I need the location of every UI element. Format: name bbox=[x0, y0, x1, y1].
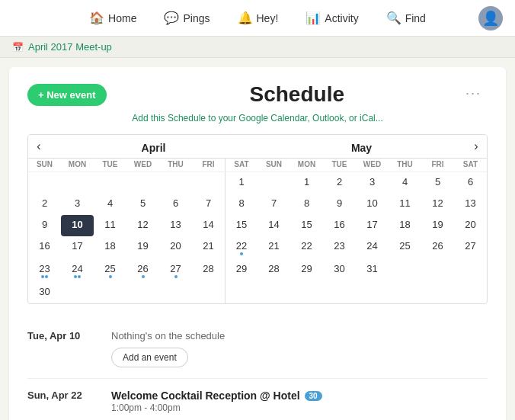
calendar-next-button[interactable]: › bbox=[465, 135, 487, 158]
nav-find[interactable]: 🔍 Find bbox=[382, 8, 430, 28]
april-day-1[interactable]: 1 bbox=[225, 172, 258, 194]
add-event-button-apr10[interactable]: Add an event bbox=[111, 348, 188, 367]
new-event-button[interactable]: + New event bbox=[27, 84, 107, 106]
may-day-29[interactable]: 29 bbox=[290, 259, 323, 282]
may-day-28[interactable]: 28 bbox=[258, 259, 290, 282]
may-day-1[interactable]: 1 bbox=[290, 172, 323, 194]
april-day-27[interactable]: 27 bbox=[159, 259, 192, 282]
april-day-6[interactable]: 6 bbox=[159, 194, 192, 215]
april-day-14[interactable]: 14 bbox=[192, 215, 225, 236]
nav-pings-label: Pings bbox=[183, 12, 210, 24]
may-empty bbox=[356, 282, 389, 303]
april-day-20[interactable]: 20 bbox=[159, 236, 192, 259]
april-empty bbox=[192, 282, 225, 303]
nav-find-label: Find bbox=[405, 12, 426, 24]
may-day-19[interactable]: 19 bbox=[421, 215, 454, 236]
may-day-23[interactable]: 23 bbox=[323, 236, 356, 259]
may-day-21[interactable]: 21 bbox=[258, 236, 290, 259]
april-day-10[interactable]: 10 bbox=[61, 215, 94, 236]
april-day-18[interactable]: 18 bbox=[94, 236, 126, 259]
may-empty bbox=[389, 259, 421, 282]
event-details-apr10: Nothing's on the schedule Add an event bbox=[111, 330, 488, 367]
calendar-day-headers: SUN MON TUE WED THU FRI SAT SUN MON TUE … bbox=[28, 158, 487, 172]
april-day-24[interactable]: 24 bbox=[61, 259, 94, 282]
avatar[interactable]: 👤 bbox=[478, 6, 503, 30]
gcal-link[interactable]: Add this Schedule to your Google Calenda… bbox=[132, 113, 383, 123]
may-day-8[interactable]: 8 bbox=[290, 194, 323, 215]
april-day-30[interactable]: 30 bbox=[28, 282, 61, 303]
nav-home[interactable]: 🏠 Home bbox=[85, 8, 141, 28]
event-group-apr22: Sun, Apr 22 Welcome Cocktail Reception @… bbox=[27, 379, 488, 420]
may-day-4[interactable]: 4 bbox=[389, 172, 421, 194]
main-content: + New event Schedule ··· Add this Schedu… bbox=[9, 67, 506, 420]
may-day-27[interactable]: 27 bbox=[454, 236, 487, 259]
may-day-2[interactable]: 2 bbox=[323, 172, 356, 194]
may-day-3[interactable]: 3 bbox=[356, 172, 389, 194]
day-header-thu2: THU bbox=[389, 159, 421, 172]
may-day-11[interactable]: 11 bbox=[389, 194, 421, 215]
april-empty bbox=[94, 282, 126, 303]
may-day-25[interactable]: 25 bbox=[389, 236, 421, 259]
april-month-title: April bbox=[50, 136, 258, 157]
april-day-12[interactable]: 12 bbox=[126, 215, 159, 236]
event-badge-30: 30 bbox=[305, 391, 322, 401]
may-day-26[interactable]: 26 bbox=[421, 236, 454, 259]
may-day-15[interactable]: 15 bbox=[290, 215, 323, 236]
may-day-18[interactable]: 18 bbox=[389, 215, 421, 236]
event-date-apr22: Sun, Apr 22 bbox=[27, 390, 96, 420]
breadcrumb-link[interactable]: April 2017 Meet-up bbox=[28, 41, 112, 53]
may-day-12[interactable]: 12 bbox=[421, 194, 454, 215]
may-day-9[interactable]: 9 bbox=[323, 194, 356, 215]
april-day-13[interactable]: 13 bbox=[159, 215, 192, 236]
april-empty bbox=[159, 282, 192, 303]
may-empty bbox=[323, 282, 356, 303]
april-day-3[interactable]: 3 bbox=[61, 194, 94, 215]
may-day-30[interactable]: 30 bbox=[323, 259, 356, 282]
nav-pings[interactable]: 💬 Pings bbox=[159, 8, 214, 28]
may-day-13[interactable]: 13 bbox=[454, 194, 487, 215]
april-day-7[interactable]: 7 bbox=[192, 194, 225, 215]
april-day-29[interactable]: 29 bbox=[225, 259, 258, 282]
may-day-14[interactable]: 14 bbox=[258, 215, 290, 236]
april-day-4[interactable]: 4 bbox=[94, 194, 126, 215]
april-day-17[interactable]: 17 bbox=[61, 236, 94, 259]
day-header-tue2: TUE bbox=[323, 159, 356, 172]
may-day-22[interactable]: 22 bbox=[290, 236, 323, 259]
calendar-prev-button[interactable]: ‹ bbox=[28, 135, 50, 158]
april-day-21[interactable]: 21 bbox=[192, 236, 225, 259]
april-empty bbox=[61, 282, 94, 303]
april-day-15[interactable]: 15 bbox=[225, 215, 258, 236]
day-header-mon1: MON bbox=[61, 159, 94, 172]
may-day-16[interactable]: 16 bbox=[323, 215, 356, 236]
nav-items: 🏠 Home 💬 Pings 🔔 Hey! 📊 Activity 🔍 Find bbox=[85, 8, 430, 28]
april-day-26[interactable]: 26 bbox=[126, 259, 159, 282]
calendar-icon: 📅 bbox=[12, 42, 24, 53]
april-day-23[interactable]: 23 bbox=[28, 259, 61, 282]
april-empty bbox=[61, 172, 94, 194]
may-day-24[interactable]: 24 bbox=[356, 236, 389, 259]
april-day-8[interactable]: 8 bbox=[225, 194, 258, 215]
may-day-31[interactable]: 31 bbox=[356, 259, 389, 282]
april-day-19[interactable]: 19 bbox=[126, 236, 159, 259]
april-day-25[interactable]: 25 bbox=[94, 259, 126, 282]
april-day-9[interactable]: 9 bbox=[28, 215, 61, 236]
april-day-22[interactable]: 22 bbox=[225, 236, 258, 259]
nav-activity[interactable]: 📊 Activity bbox=[301, 8, 363, 28]
april-day-28[interactable]: 28 bbox=[192, 259, 225, 282]
may-day-6[interactable]: 6 bbox=[454, 172, 487, 194]
may-day-5[interactable]: 5 bbox=[421, 172, 454, 194]
breadcrumb: 📅 April 2017 Meet-up bbox=[0, 37, 515, 58]
may-day-17[interactable]: 17 bbox=[356, 215, 389, 236]
april-day-11[interactable]: 11 bbox=[94, 215, 126, 236]
april-day-5[interactable]: 5 bbox=[126, 194, 159, 215]
may-day-10[interactable]: 10 bbox=[356, 194, 389, 215]
april-day-2[interactable]: 2 bbox=[28, 194, 61, 215]
may-day-20[interactable]: 20 bbox=[454, 215, 487, 236]
april-day-16[interactable]: 16 bbox=[28, 236, 61, 259]
may-day-7[interactable]: 7 bbox=[258, 194, 290, 215]
activity-icon: 📊 bbox=[305, 11, 321, 25]
more-button[interactable]: ··· bbox=[459, 82, 488, 104]
schedule-header: + New event Schedule ··· bbox=[27, 82, 488, 107]
day-header-mon2: MON bbox=[290, 159, 323, 172]
nav-hey[interactable]: 🔔 Hey! bbox=[233, 8, 283, 28]
